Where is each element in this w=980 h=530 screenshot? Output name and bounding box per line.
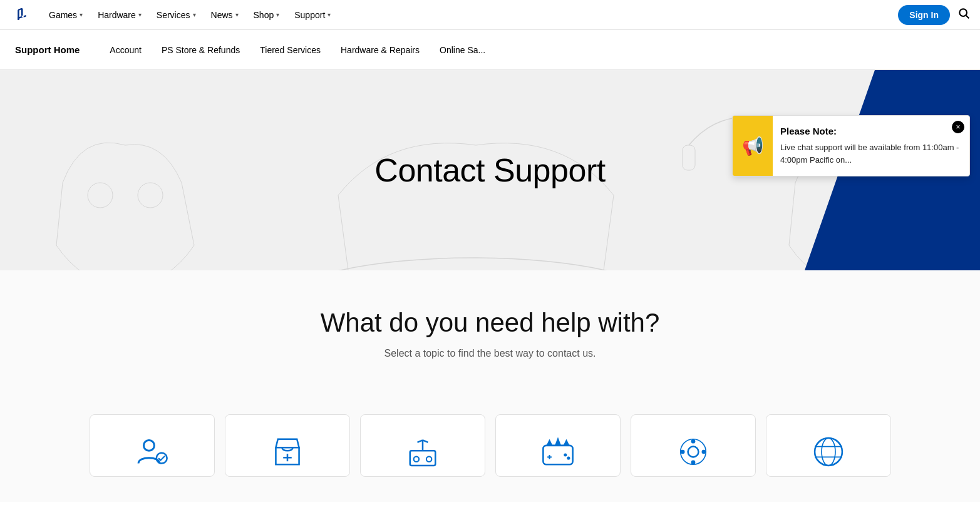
store-icon	[271, 435, 304, 469]
shop-chevron: ▾	[276, 11, 279, 18]
content-section: What do you need help with? Select a top…	[0, 270, 980, 414]
svg-line-1	[966, 16, 969, 19]
svg-point-8	[156, 453, 167, 464]
svg-point-20	[564, 454, 567, 457]
top-nav: Games ▾ Hardware ▾ Services ▾ News ▾ Sho…	[0, 0, 980, 30]
notification-icon-bar: 📢	[733, 116, 773, 176]
svg-point-7	[143, 440, 154, 451]
svg-point-26	[680, 450, 684, 454]
games-icon	[541, 435, 575, 469]
account-icon	[135, 435, 169, 469]
console-icon	[406, 435, 440, 469]
playstation-logo[interactable]	[10, 5, 30, 25]
svg-point-0	[959, 9, 967, 16]
nav-hardware[interactable]: Hardware ▾	[91, 5, 148, 25]
support-nav-links: Account PS Store & Refunds Tiered Servic…	[110, 45, 485, 55]
svg-point-3	[88, 183, 113, 208]
nav-shop[interactable]: Shop ▾	[247, 5, 286, 25]
nav-support[interactable]: Support ▾	[288, 5, 337, 25]
svg-point-16	[426, 457, 431, 462]
services-chevron: ▾	[193, 11, 196, 18]
sign-in-button[interactable]: Sign In	[898, 5, 950, 25]
support-nav-hardware[interactable]: Hardware & Repairs	[341, 45, 420, 55]
svg-point-24	[691, 439, 695, 444]
network-icon	[676, 435, 710, 469]
globe-icon	[812, 435, 845, 469]
card-globe[interactable]	[766, 414, 891, 477]
content-title: What do you need help with?	[15, 308, 965, 338]
svg-point-15	[413, 457, 418, 462]
top-nav-right: Sign In	[898, 5, 970, 25]
svg-point-4	[138, 183, 163, 208]
card-account[interactable]	[90, 414, 215, 477]
games-chevron: ▾	[80, 11, 83, 18]
hero-title: Contact Support	[374, 151, 605, 189]
notification-content: Please Note: Live chat support will be a…	[773, 116, 969, 176]
svg-rect-17	[543, 446, 572, 464]
svg-point-29	[822, 438, 835, 466]
notification-close-button[interactable]: ×	[952, 121, 964, 133]
nav-games[interactable]: Games ▾	[43, 5, 89, 25]
svg-point-25	[691, 461, 695, 465]
hero-section: Contact Support 📢 Please Note: Live chat…	[0, 70, 980, 270]
support-nav-account[interactable]: Account	[110, 45, 142, 55]
svg-point-22	[688, 447, 698, 457]
svg-point-28	[815, 438, 842, 466]
card-network[interactable]	[631, 414, 756, 477]
svg-point-2	[272, 258, 673, 270]
support-nav: Support Home Account PS Store & Refunds …	[0, 30, 980, 70]
notification-title: Please Note:	[780, 126, 962, 136]
support-nav-tiered[interactable]: Tiered Services	[260, 45, 321, 55]
hardware-chevron: ▾	[138, 11, 142, 18]
news-chevron: ▾	[235, 11, 239, 18]
nav-news[interactable]: News ▾	[205, 5, 245, 25]
category-cards	[0, 414, 980, 502]
nav-services[interactable]: Services ▾	[150, 5, 202, 25]
support-nav-store[interactable]: PS Store & Refunds	[162, 45, 240, 55]
search-button[interactable]	[957, 7, 970, 23]
card-store[interactable]	[225, 414, 350, 477]
svg-point-27	[701, 450, 706, 454]
card-console[interactable]	[360, 414, 485, 477]
support-nav-online[interactable]: Online Sa...	[440, 45, 485, 55]
support-chevron: ▾	[328, 11, 331, 18]
content-subtitle: Select a topic to find the best way to c…	[15, 348, 965, 359]
megaphone-icon: 📢	[742, 136, 764, 156]
notification-popup: 📢 Please Note: Live chat support will be…	[732, 115, 970, 176]
support-home-link[interactable]: Support Home	[15, 44, 80, 55]
notification-text: Live chat support will be available from…	[780, 141, 962, 166]
svg-point-21	[567, 457, 570, 460]
svg-rect-5	[683, 145, 695, 170]
card-games[interactable]	[495, 414, 621, 477]
top-nav-links: Games ▾ Hardware ▾ Services ▾ News ▾ Sho…	[43, 5, 898, 25]
